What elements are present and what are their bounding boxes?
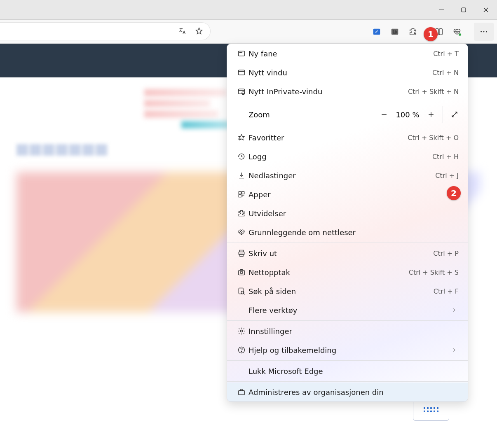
menu-item-print[interactable]: Skriv ut Ctrl + P (227, 244, 468, 263)
menu-shortcut: Ctrl + P (433, 250, 459, 257)
menu-separator (227, 127, 468, 127)
briefcase-icon (234, 388, 248, 396)
menu-label: Administreres av organisasjonen din (248, 388, 459, 397)
help-icon (234, 346, 248, 354)
menu-label: Hjelp og tilbakemelding (248, 346, 451, 355)
zoom-label: Zoom (248, 110, 375, 119)
svg-rect-1 (462, 8, 466, 12)
annotation-badge-1: 1 (424, 27, 438, 41)
svg-point-36 (241, 330, 243, 332)
menu-label: Logg (248, 152, 432, 161)
menu-shortcut: Ctrl + J (435, 172, 459, 180)
svg-point-10 (483, 31, 485, 32)
print-icon (234, 249, 248, 257)
browser-toolbar: 1b (0, 20, 497, 44)
zoom-out-button[interactable] (375, 105, 393, 124)
menu-label: Flere verktøy (248, 306, 451, 315)
menu-item-settings[interactable]: Innstillinger (227, 322, 468, 341)
menu-item-find-on-page[interactable]: Søk på siden Ctrl + F (227, 282, 468, 301)
app-1b-icon[interactable]: 1b (389, 26, 400, 37)
camera-icon (234, 268, 248, 276)
minimize-button[interactable] (430, 0, 452, 20)
history-icon (234, 152, 248, 161)
menu-label: Grunnleggende om nettleser (248, 228, 459, 237)
menu-item-favorites[interactable]: Favoritter Ctrl + Skift + O (227, 128, 468, 147)
app-todo-icon[interactable] (371, 26, 382, 37)
menu-item-apps[interactable]: Apper (227, 185, 468, 204)
menu-label: Lukk Microsoft Edge (248, 367, 459, 376)
menu-item-extensions[interactable]: Utvidelser (227, 204, 468, 223)
svg-point-33 (240, 271, 243, 274)
svg-rect-31 (240, 254, 243, 257)
find-icon (234, 287, 248, 295)
menu-separator (227, 381, 468, 382)
menu-item-history[interactable]: Logg Ctrl + H (227, 147, 468, 166)
menu-item-new-window[interactable]: Nytt vindu Ctrl + N (227, 63, 468, 82)
menu-shortcut: Ctrl + N (432, 69, 459, 77)
menu-item-close-edge[interactable]: Lukk Microsoft Edge (227, 362, 468, 380)
settings-and-more-menu: Ny fane Ctrl + T Nytt vindu Ctrl + N Nyt… (227, 44, 468, 402)
star-icon[interactable] (194, 26, 204, 37)
menu-label: Utvidelser (248, 209, 459, 218)
menu-item-downloads[interactable]: Nedlastinger Ctrl + J (227, 166, 468, 185)
menu-item-browser-essentials[interactable]: Grunnleggende om nettleser (227, 223, 468, 242)
svg-rect-8 (439, 28, 442, 35)
menu-shortcut: Ctrl + Skift + N (408, 88, 459, 96)
menu-item-zoom: Zoom 100 % (227, 103, 468, 126)
menu-item-new-inprivate[interactable]: Nytt InPrivate-vindu Ctrl + Skift + N (227, 82, 468, 101)
extensions-icon (234, 209, 248, 217)
menu-item-managed-by-org[interactable]: Administreres av organisasjonen din (227, 383, 468, 401)
menu-item-new-tab[interactable]: Ny fane Ctrl + T (227, 44, 468, 63)
menu-item-more-tools[interactable]: Flere verktøy (227, 301, 468, 320)
menu-label: Nettopptak (248, 268, 409, 277)
menu-shortcut: Ctrl + H (432, 153, 459, 161)
svg-rect-16 (239, 70, 245, 75)
menu-label: Søk på siden (248, 287, 434, 296)
menu-shortcut: Ctrl + Skift + S (409, 268, 459, 276)
settings-icon (234, 327, 248, 335)
maximize-button[interactable] (452, 0, 475, 20)
menu-separator (227, 102, 468, 102)
chevron-right-icon (451, 346, 459, 355)
menu-shortcut: Ctrl + Skift + O (408, 134, 459, 142)
download-icon (234, 171, 248, 180)
menu-shortcut: Ctrl + T (433, 50, 459, 58)
svg-rect-28 (239, 195, 241, 197)
svg-rect-39 (239, 391, 245, 395)
svg-rect-12 (239, 51, 245, 56)
browser-health-icon[interactable] (452, 26, 462, 37)
menu-label: Nytt InPrivate-vindu (248, 87, 408, 96)
svg-point-13 (239, 52, 240, 53)
menu-shortcut: Ctrl + F (434, 287, 459, 295)
menu-label: Skriv ut (248, 249, 433, 258)
menu-item-help[interactable]: Hjelp og tilbakemelding (227, 341, 468, 359)
favorites-icon (234, 133, 248, 142)
annotation-badge-2: 2 (447, 186, 461, 200)
heart-pulse-icon (234, 228, 248, 236)
svg-point-15 (241, 52, 242, 53)
more-button[interactable] (474, 23, 494, 41)
close-window-button[interactable] (475, 0, 497, 20)
new-window-icon (234, 68, 248, 77)
inprivate-icon (234, 87, 248, 96)
svg-rect-27 (242, 191, 244, 194)
zoom-in-button[interactable] (422, 105, 440, 124)
fullscreen-button[interactable] (445, 105, 464, 124)
extensions-icon[interactable] (408, 26, 418, 37)
menu-label: Innstillinger (248, 327, 459, 336)
new-tab-icon (234, 49, 248, 58)
app-launcher-button[interactable] (413, 399, 449, 421)
svg-text:1b: 1b (393, 30, 397, 34)
menu-label: Favoritter (248, 133, 408, 142)
window-titlebar (0, 0, 497, 20)
menu-label: Nytt vindu (248, 68, 432, 77)
apps-icon (234, 190, 248, 198)
menu-label: Ny fane (248, 49, 433, 58)
menu-separator (227, 243, 468, 243)
translate-icon[interactable] (177, 26, 188, 37)
svg-point-38 (241, 352, 241, 352)
svg-point-9 (481, 31, 482, 32)
address-bar[interactable] (0, 22, 211, 40)
svg-point-11 (486, 31, 487, 32)
menu-item-web-capture[interactable]: Nettopptak Ctrl + Skift + S (227, 263, 468, 282)
